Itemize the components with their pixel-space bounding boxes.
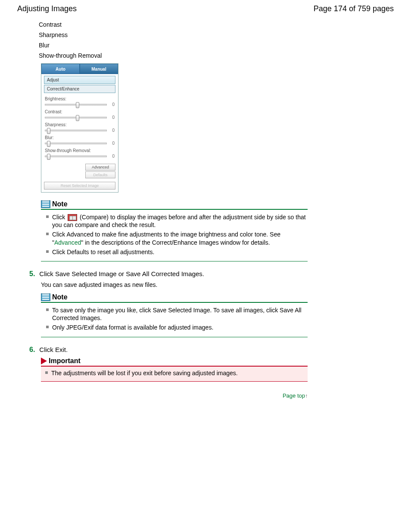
tab-auto[interactable]: Auto	[41, 64, 80, 74]
blur-slider[interactable]	[45, 143, 107, 144]
important-icon	[41, 358, 47, 364]
defaults-button[interactable]: Defaults	[85, 171, 115, 178]
step-text: Click Exit.	[39, 346, 68, 354]
bullet-icon	[46, 215, 49, 218]
bullet-icon	[45, 371, 48, 374]
slider-value: 0	[109, 154, 115, 159]
advanced-link[interactable]: Advanced	[54, 239, 81, 246]
list-item: Show-through Removal	[39, 52, 394, 59]
list-item: Sharpness	[39, 31, 394, 38]
sharpness-slider[interactable]	[45, 130, 107, 131]
list-item: Blur	[39, 42, 394, 49]
slider-value: 0	[109, 102, 115, 107]
step-number: 6.	[29, 346, 35, 354]
note-item: To save only the image you like, click S…	[52, 306, 308, 322]
step-5: 5. Click Save Selected Image or Save All…	[29, 270, 394, 278]
page-title: Adjusting Images	[17, 4, 77, 13]
slider-value: 0	[109, 128, 115, 133]
note-icon	[41, 293, 50, 301]
slider-label: Contrast:	[45, 109, 115, 114]
slider-value: 0	[109, 115, 115, 120]
slider-label: Brightness:	[45, 96, 115, 101]
adjust-panel: Auto Manual Adjust Correct/Enhance Brigh…	[41, 63, 118, 193]
subtab-adjust[interactable]: Adjust	[44, 76, 115, 84]
slider-value: 0	[109, 141, 115, 146]
bullet-icon	[46, 250, 49, 253]
bullet-icon	[46, 308, 49, 311]
important-section: Important The adjustments will be lost i…	[41, 357, 308, 382]
bullet-icon	[46, 326, 49, 328]
contrast-slider[interactable]	[45, 117, 107, 118]
note-section: Note To save only the image you like, cl…	[41, 293, 308, 337]
step-subtext: You can save adjusted images as new file…	[41, 281, 394, 288]
adjustment-names-list: Contrast Sharpness Blur Show-through Rem…	[39, 21, 394, 59]
note-item: Only JPEG/Exif data format is available …	[52, 324, 308, 331]
list-item: Contrast	[39, 21, 394, 28]
subtab-correct-enhance[interactable]: Correct/Enhance	[44, 85, 115, 93]
slider-label: Show-through Removal:	[45, 148, 115, 153]
showthrough-slider[interactable]	[45, 156, 107, 157]
important-title: Important	[49, 357, 81, 365]
note-title: Note	[52, 200, 68, 208]
tab-manual[interactable]: Manual	[80, 64, 118, 74]
note-title: Note	[52, 293, 68, 301]
slider-label: Blur:	[45, 135, 115, 140]
step-text: Click Save Selected Image or Save All Co…	[39, 270, 204, 278]
compare-icon	[68, 214, 77, 221]
slider-label: Sharpness:	[45, 122, 115, 127]
important-text: The adjustments will be lost if you exit…	[51, 369, 303, 377]
note-item: Click Advanced to make fine adjustments …	[52, 230, 308, 246]
page-top-link[interactable]: Page top	[283, 392, 305, 399]
step-6: 6. Click Exit.	[29, 346, 394, 354]
brightness-slider[interactable]	[45, 104, 107, 106]
page-indicator: Page 174 of 759 pages	[314, 4, 394, 13]
step-number: 5.	[29, 270, 35, 278]
note-section: Note Click (Compare) to display the imag…	[41, 200, 308, 261]
note-icon	[41, 200, 50, 208]
bullet-icon	[46, 233, 49, 235]
note-item: Click Defaults to reset all adjustments.	[52, 248, 308, 256]
note-item: Click (Compare) to display the images be…	[52, 213, 308, 229]
up-arrow-icon: ↑	[305, 393, 308, 399]
reset-selected-image-button[interactable]: Reset Selected Image	[44, 182, 115, 190]
advanced-button[interactable]: Advanced	[85, 164, 115, 171]
